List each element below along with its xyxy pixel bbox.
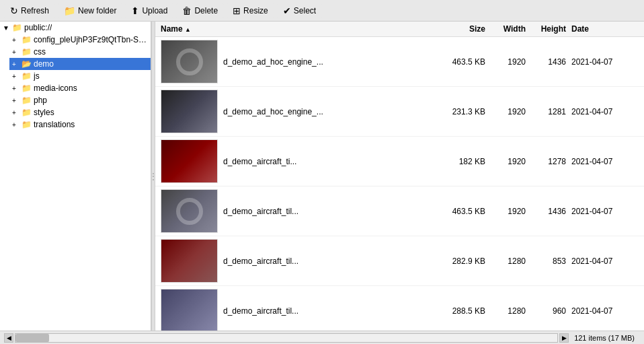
- file-row[interactable]: d_demo_ad_hoc_engine_...231.3 KB19201281…: [155, 87, 644, 137]
- file-row[interactable]: d_demo_ad_hoc_engine_...463.5 KB19201436…: [155, 37, 644, 87]
- summary-text: 121 items (17 MB): [574, 334, 635, 342]
- file-thumbnail-3: [161, 189, 218, 233]
- file-size-5: 288.5 KB: [430, 306, 491, 316]
- tree-item-css[interactable]: +📁css: [9, 46, 151, 58]
- file-width-5: 1280: [491, 306, 531, 316]
- select-icon: ✔: [283, 5, 291, 16]
- file-row[interactable]: d_demo_aircraft_til...463.5 KB1920143620…: [155, 186, 644, 236]
- expand-icon-7[interactable]: +: [12, 121, 22, 129]
- file-row[interactable]: d_demo_aircraft_til...282.9 KB1280853202…: [155, 236, 644, 286]
- file-height-3: 1436: [531, 207, 571, 216]
- file-date-1: 2021-04-07: [571, 107, 639, 116]
- delete-label: Delete: [194, 6, 218, 15]
- file-name-0: d_demo_ad_hoc_engine_...: [223, 57, 430, 67]
- tree-label-0: config_pleUjhP3Fz9tQtTbn-SB_yP: [34, 35, 148, 44]
- file-height-1: 1281: [531, 107, 571, 116]
- col-header-width[interactable]: Width: [491, 24, 531, 34]
- resize-button[interactable]: ⊞ Resize: [227, 3, 274, 18]
- new-folder-button[interactable]: 📁 New folder: [58, 3, 122, 18]
- tree-children: +📁config_pleUjhP3Fz9tQtTbn-SB_yP+📁css+📂d…: [0, 34, 151, 131]
- file-thumbnail-0: [161, 40, 218, 83]
- col-header-date[interactable]: Date: [571, 24, 639, 34]
- folder-icon-5: 📁: [22, 96, 32, 105]
- tree-label-7: translations: [34, 120, 75, 129]
- horizontal-scrollbar-thumb[interactable]: [15, 334, 49, 342]
- file-date-4: 2021-04-07: [571, 256, 639, 266]
- file-rows-container: d_demo_ad_hoc_engine_...463.5 KB19201436…: [155, 37, 644, 331]
- delete-button[interactable]: 🗑 Delete: [176, 3, 224, 18]
- select-button[interactable]: ✔ Select: [277, 3, 322, 18]
- tree-item-translations[interactable]: +📁translations: [9, 118, 151, 131]
- expand-icon-6[interactable]: +: [12, 109, 22, 116]
- tree-label-4: media-icons: [34, 83, 77, 93]
- folder-icon-6: 📁: [22, 108, 32, 117]
- tree-item-config-pleUjhP3Fz9tQtTbn-SB-yP[interactable]: +📁config_pleUjhP3Fz9tQtTbn-SB_yP: [9, 34, 151, 46]
- upload-button[interactable]: ⬆ Upload: [125, 3, 173, 18]
- file-width-2: 1920: [491, 157, 531, 166]
- tree-item-php[interactable]: +📁php: [9, 94, 151, 106]
- folder-icon-1: 📁: [22, 47, 32, 57]
- filelist-header: Name Size Width Height Date: [155, 22, 644, 37]
- tree-label-1: css: [34, 47, 46, 57]
- scroll-right-button[interactable]: ▶: [559, 333, 569, 343]
- col-header-size[interactable]: Size: [430, 24, 491, 34]
- sidebar-scroll-area: ◀ ▶: [4, 333, 569, 343]
- file-name-2: d_demo_aircraft_ti...: [223, 157, 430, 166]
- refresh-button[interactable]: ↻ Refresh: [4, 3, 55, 18]
- upload-icon: ⬆: [131, 5, 139, 16]
- expand-icon-2[interactable]: +: [12, 61, 22, 68]
- expand-root-icon[interactable]: ▼: [3, 24, 12, 32]
- tree-label-5: php: [34, 96, 47, 105]
- tree-label-6: styles: [34, 108, 54, 117]
- expand-icon-1[interactable]: +: [12, 48, 22, 56]
- file-width-1: 1920: [491, 107, 531, 116]
- file-date-0: 2021-04-07: [571, 57, 639, 67]
- folder-icon-7: 📁: [22, 120, 32, 129]
- file-name-3: d_demo_aircraft_til...: [223, 207, 430, 216]
- folder-icon-3: 📁: [22, 71, 32, 81]
- horizontal-scrollbar-track[interactable]: [15, 333, 558, 343]
- file-thumbnail-2: [161, 139, 218, 183]
- folder-icon-2: 📂: [22, 59, 32, 69]
- file-size-0: 463.5 KB: [430, 57, 491, 67]
- file-size-4: 282.9 KB: [430, 256, 491, 266]
- file-tree-sidebar: ▼ 📁 public:// +📁config_pleUjhP3Fz9tQtTbn…: [0, 22, 151, 331]
- col-header-name[interactable]: Name: [161, 24, 430, 34]
- tree-root[interactable]: ▼ 📁 public://: [0, 22, 151, 34]
- file-row[interactable]: d_demo_aircraft_til...288.5 KB1280960202…: [155, 286, 644, 331]
- tree-item-js[interactable]: +📁js: [9, 70, 151, 82]
- file-size-2: 182 KB: [430, 157, 491, 166]
- new-folder-label: New folder: [78, 6, 116, 15]
- refresh-icon: ↻: [10, 5, 18, 16]
- file-name-4: d_demo_aircraft_til...: [223, 256, 430, 266]
- resize-icon: ⊞: [233, 5, 241, 16]
- file-width-0: 1920: [491, 57, 531, 67]
- scroll-left-button[interactable]: ◀: [4, 333, 13, 343]
- file-date-2: 2021-04-07: [571, 157, 639, 166]
- file-thumbnail-1: [161, 90, 218, 133]
- file-name-1: d_demo_ad_hoc_engine_...: [223, 107, 430, 116]
- resize-label: Resize: [243, 6, 268, 15]
- tree-item-styles[interactable]: +📁styles: [9, 106, 151, 118]
- toolbar: ↻ Refresh 📁 New folder ⬆ Upload 🗑 Delete…: [0, 0, 644, 22]
- root-folder-icon: 📁: [12, 23, 22, 32]
- file-height-0: 1436: [531, 57, 571, 67]
- file-height-2: 1278: [531, 157, 571, 166]
- refresh-label: Refresh: [21, 6, 49, 15]
- file-size-1: 231.3 KB: [430, 107, 491, 116]
- statusbar: ◀ ▶ 121 items (17 MB): [0, 331, 644, 344]
- file-date-3: 2021-04-07: [571, 207, 639, 216]
- expand-icon-0[interactable]: +: [12, 36, 22, 44]
- expand-icon-3[interactable]: +: [12, 73, 22, 80]
- delete-icon: 🗑: [182, 5, 192, 16]
- tree-item-demo[interactable]: +📂demo: [9, 58, 151, 70]
- file-row[interactable]: d_demo_aircraft_ti...182 KB192012782021-…: [155, 137, 644, 186]
- expand-icon-4[interactable]: +: [12, 85, 22, 92]
- file-height-4: 853: [531, 256, 571, 266]
- expand-icon-5[interactable]: +: [12, 97, 22, 104]
- file-name-5: d_demo_aircraft_til...: [223, 306, 430, 316]
- file-date-5: 2021-04-07: [571, 306, 639, 316]
- tree-item-media-icons[interactable]: +📁media-icons: [9, 82, 151, 94]
- file-size-3: 463.5 KB: [430, 207, 491, 216]
- col-header-height[interactable]: Height: [531, 24, 571, 34]
